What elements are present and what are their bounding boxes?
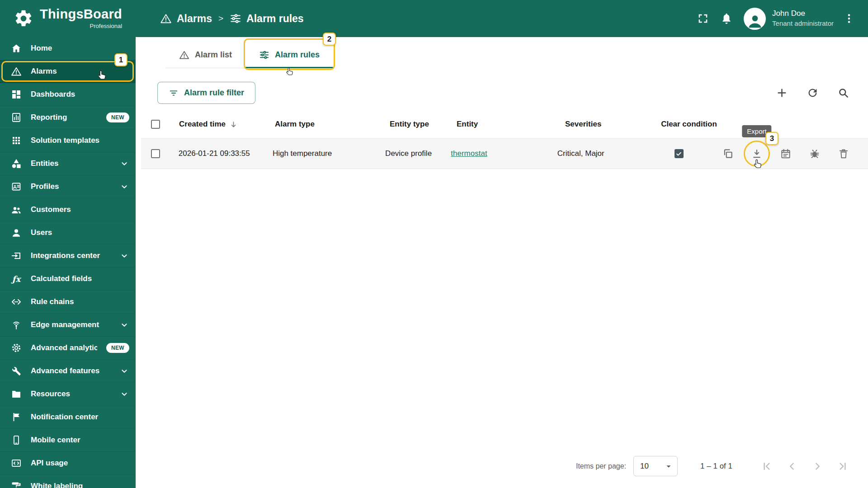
gear-logo-icon: [14, 9, 33, 28]
sidebar-item-label: Calculated fields: [31, 274, 129, 283]
entity-link-thermostat[interactable]: thermostat: [451, 149, 487, 158]
column-alarm-type[interactable]: Alarm type: [275, 120, 390, 129]
sidebar-scrollbar-track[interactable]: [136, 37, 141, 488]
smartphone-icon: [11, 435, 22, 446]
debug-button[interactable]: [806, 145, 824, 163]
export-button[interactable]: Export 3: [748, 145, 766, 163]
cell-created-time: 2026-01-21 09:33:55: [179, 149, 273, 158]
notifications-button[interactable]: [715, 7, 738, 30]
breadcrumb-current-label: Alarm rules: [246, 13, 304, 25]
bug-icon: [809, 148, 821, 160]
sidebar-item-label: Rule chains: [31, 297, 129, 306]
tune-sliders-icon: [259, 50, 269, 60]
user-info: John Doe Tenant administrator: [772, 9, 834, 28]
column-entity[interactable]: Entity: [457, 120, 565, 129]
thingsboard-logo[interactable]: ThingsBoard Professional: [0, 8, 141, 29]
sidebar-item-notification-center[interactable]: Notification center: [0, 406, 136, 429]
chevron-down-icon: [119, 182, 129, 192]
sidebar-item-advanced-features[interactable]: Advanced features: [0, 360, 136, 383]
sidebar-item-edge-management[interactable]: Edge management: [0, 314, 136, 337]
alarm-schedule-button[interactable]: [777, 145, 795, 163]
function-fx-icon: ƒx: [11, 274, 22, 284]
breadcrumb-parent-label: Alarms: [177, 13, 212, 25]
clear-condition-checkbox[interactable]: [675, 149, 684, 158]
sidebar-item-reporting[interactable]: Reporting NEW: [0, 106, 136, 129]
chevron-right-icon: [811, 460, 823, 472]
tab-alarm-list[interactable]: Alarm list: [165, 42, 245, 68]
sidebar: Home Alarms 1 Dashboards Reporting NEW S…: [0, 37, 136, 488]
items-per-page-select[interactable]: 10: [633, 456, 678, 476]
chevron-down-icon: [119, 159, 129, 169]
home-icon: [11, 43, 22, 54]
sidebar-item-label: Solution templates: [31, 136, 129, 145]
first-page-button[interactable]: [757, 456, 777, 476]
plus-icon: [776, 87, 788, 99]
badge-icon: [11, 181, 22, 192]
dropdown-caret-icon: [664, 461, 674, 471]
sidebar-item-calculated-fields[interactable]: ƒx Calculated fields: [0, 267, 136, 291]
column-clear-condition[interactable]: Clear condition: [648, 120, 730, 129]
sidebar-item-label: Mobile center: [31, 436, 129, 445]
sidebar-item-label: Reporting: [31, 113, 97, 122]
search-button[interactable]: [833, 83, 854, 103]
sidebar-item-rule-chains[interactable]: Rule chains: [0, 291, 136, 314]
sidebar-item-profiles[interactable]: Profiles: [0, 175, 136, 198]
select-all-checkbox[interactable]: [151, 120, 160, 129]
person-icon: [11, 227, 22, 238]
column-created-time[interactable]: Created time: [179, 120, 275, 129]
add-button[interactable]: [771, 83, 792, 103]
sidebar-item-users[interactable]: Users: [0, 221, 136, 244]
sidebar-item-label: Entities: [31, 159, 110, 168]
new-badge: NEW: [106, 343, 129, 353]
sidebar-item-dashboards[interactable]: Dashboards: [0, 83, 136, 106]
sidebar-item-api-usage[interactable]: API usage: [0, 452, 136, 475]
table-toolbar: Alarm rule filter: [141, 68, 868, 110]
sidebar-item-entities[interactable]: Entities: [0, 152, 136, 175]
paint-roller-icon: [11, 481, 22, 488]
items-per-page-label: Items per page:: [576, 462, 626, 470]
sidebar-item-label: Advanced analytics: [31, 343, 97, 352]
tab-alarm-rules[interactable]: Alarm rules 2: [245, 42, 333, 68]
sidebar-item-alarms[interactable]: Alarms 1: [0, 60, 136, 83]
alarm-rule-filter-button[interactable]: Alarm rule filter: [157, 82, 255, 104]
refresh-button[interactable]: [802, 83, 823, 103]
ethernet-chain-icon: [11, 296, 22, 307]
sidebar-item-solution-templates[interactable]: Solution templates: [0, 129, 136, 152]
filter-button-label: Alarm rule filter: [184, 88, 244, 98]
annotation-step-3: 3: [765, 132, 778, 145]
table-paginator: Items per page: 10 1 – 1 of 1: [141, 456, 868, 488]
copy-button[interactable]: [719, 145, 737, 163]
user-role: Tenant administrator: [772, 19, 834, 28]
sidebar-item-label: Users: [31, 228, 129, 237]
folder-icon: [11, 389, 22, 399]
sidebar-item-mobile-center[interactable]: Mobile center: [0, 429, 136, 452]
next-page-button[interactable]: [807, 456, 827, 476]
fullscreen-button[interactable]: [691, 7, 715, 30]
column-severities[interactable]: Severities: [565, 120, 648, 129]
app-header: ThingsBoard Professional Alarms > Alarm …: [0, 0, 868, 37]
row-select-cell: [151, 149, 179, 158]
sidebar-item-customers[interactable]: Customers: [0, 198, 136, 221]
bell-icon: [720, 12, 733, 25]
integration-input-icon: [11, 250, 22, 261]
last-page-icon: [837, 460, 849, 472]
apps-grid-icon: [11, 135, 22, 146]
cell-entity: thermostat: [451, 149, 557, 158]
last-page-button[interactable]: [833, 456, 853, 476]
sidebar-item-advanced-analytics[interactable]: Advanced analytics NEW: [0, 337, 136, 360]
row-checkbox[interactable]: [151, 149, 160, 158]
breadcrumb-alarms[interactable]: Alarms: [160, 13, 212, 25]
logo-title: ThingsBoard: [40, 8, 122, 21]
chevron-down-icon: [119, 389, 129, 399]
column-entity-type[interactable]: Entity type: [390, 120, 457, 129]
previous-page-button[interactable]: [782, 456, 802, 476]
sidebar-item-integrations-center[interactable]: Integrations center: [0, 244, 136, 267]
sidebar-item-white-labeling[interactable]: White labeling: [0, 475, 136, 488]
table-row[interactable]: 2026-01-21 09:33:55 High temperature Dev…: [141, 138, 868, 169]
annotation-step-2: 2: [323, 33, 336, 46]
delete-button[interactable]: [835, 145, 853, 163]
report-chart-icon: [11, 112, 22, 123]
user-avatar[interactable]: [744, 8, 766, 30]
sidebar-item-resources[interactable]: Resources: [0, 383, 136, 406]
more-menu-button[interactable]: [837, 7, 861, 30]
